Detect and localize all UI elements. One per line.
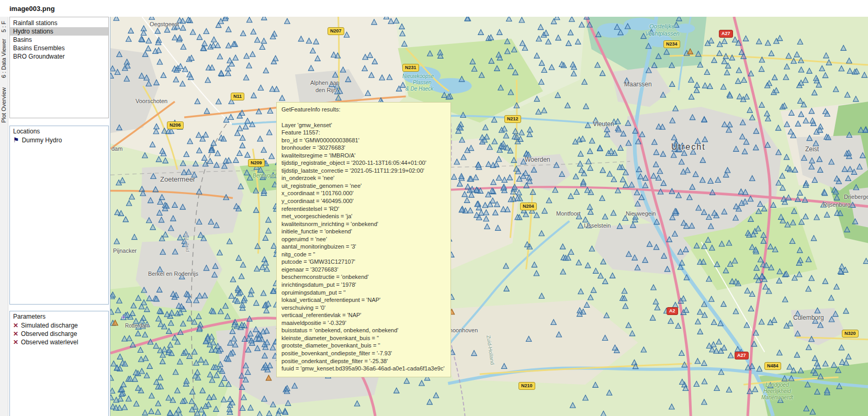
station-marker xyxy=(622,288,627,294)
layer-item-rainfall-stations[interactable]: Rainfall stations xyxy=(10,19,108,27)
station-marker xyxy=(679,351,684,356)
station-marker xyxy=(722,122,727,127)
station-marker xyxy=(154,80,159,85)
station-marker xyxy=(576,260,581,265)
station-marker xyxy=(819,66,825,71)
station-marker xyxy=(748,196,753,201)
station-marker xyxy=(136,331,141,336)
station-marker xyxy=(168,320,174,325)
station-marker xyxy=(384,17,389,19)
station-marker xyxy=(630,222,636,228)
app-window: image003.png 5 : F6 : Data ViewerPlot Ov… xyxy=(0,0,868,416)
station-marker xyxy=(750,115,755,120)
station-marker xyxy=(110,309,114,314)
station-marker xyxy=(146,296,152,301)
station-marker xyxy=(556,35,561,40)
station-marker xyxy=(777,398,783,403)
station-marker xyxy=(604,132,610,137)
station-marker xyxy=(202,41,207,46)
location-item-dummy-hydro[interactable]: ⚑Dummy Hydro xyxy=(10,136,108,144)
station-marker xyxy=(292,383,297,388)
station-marker xyxy=(578,161,583,166)
station-marker xyxy=(254,300,259,306)
station-marker xyxy=(708,296,714,301)
station-marker xyxy=(539,231,544,236)
station-marker xyxy=(225,313,230,319)
station-marker xyxy=(839,264,844,269)
station-marker xyxy=(611,176,616,182)
station-marker xyxy=(818,322,823,328)
station-marker xyxy=(164,311,170,317)
layer-item-hydro-stations[interactable]: Hydro stations xyxy=(10,27,108,36)
station-marker xyxy=(154,124,159,129)
station-marker xyxy=(149,409,154,414)
station-marker xyxy=(236,255,241,261)
station-marker xyxy=(709,245,715,250)
station-marker xyxy=(729,55,735,60)
station-marker xyxy=(213,222,219,228)
station-marker xyxy=(751,341,757,346)
layer-item-basins[interactable]: Basins xyxy=(10,36,108,44)
station-marker xyxy=(824,53,829,58)
station-marker xyxy=(806,344,811,350)
station-marker xyxy=(761,232,766,238)
station-marker xyxy=(219,381,224,387)
station-marker xyxy=(732,37,738,42)
station-marker xyxy=(253,188,258,193)
station-marker xyxy=(329,82,334,87)
station-marker xyxy=(694,87,699,93)
station-marker xyxy=(262,396,267,401)
layer-item-basins-ensembles[interactable]: Basins Ensembles xyxy=(10,44,108,52)
station-marker xyxy=(255,37,260,42)
station-marker xyxy=(694,82,700,87)
station-marker xyxy=(742,149,747,154)
station-marker xyxy=(126,396,131,401)
station-marker xyxy=(207,158,212,163)
side-tab-6-data-viewer[interactable]: 6 : Data Viewer xyxy=(0,39,8,78)
station-marker xyxy=(749,291,754,296)
station-marker xyxy=(177,124,183,129)
parameter-item-observed-waterlevel[interactable]: ✕Observed waterlevel xyxy=(10,338,108,346)
station-marker xyxy=(394,388,399,393)
station-marker xyxy=(747,107,752,113)
station-marker xyxy=(614,24,619,29)
station-marker xyxy=(714,262,719,267)
station-marker xyxy=(158,321,163,327)
station-marker xyxy=(513,128,518,133)
station-marker xyxy=(502,177,507,182)
station-marker xyxy=(862,72,867,77)
station-marker xyxy=(313,39,319,44)
station-marker xyxy=(555,93,560,98)
station-marker xyxy=(267,130,272,135)
station-marker xyxy=(784,154,789,160)
station-marker xyxy=(726,127,731,132)
side-tab-plot-overview[interactable]: Plot Overview xyxy=(0,87,8,123)
station-marker xyxy=(205,77,210,83)
station-marker xyxy=(139,368,144,374)
station-marker xyxy=(340,67,345,72)
station-marker xyxy=(129,194,134,199)
parameter-item-observed-discharge[interactable]: ✕Observed discharge xyxy=(10,330,108,338)
map-canvas[interactable]: OegstgeestVoorschotenAlphen aanden RijnZ… xyxy=(110,17,868,416)
station-marker xyxy=(788,376,794,381)
side-tab-5-f[interactable]: 5 : F xyxy=(0,17,8,32)
station-marker xyxy=(504,39,510,44)
station-marker xyxy=(764,111,770,116)
station-marker xyxy=(493,210,498,215)
station-marker xyxy=(792,167,797,172)
station-marker xyxy=(157,59,162,64)
station-marker xyxy=(136,295,141,300)
popup-line: referentiestelsel = 'RD' xyxy=(281,205,446,213)
popup-line: tijdstip_laatste_correctie = '2021-05-11… xyxy=(281,167,446,175)
parameter-item-simulated-discharge[interactable]: ✕Simulated discharge xyxy=(10,321,108,330)
station-marker xyxy=(230,329,235,334)
station-marker xyxy=(578,151,583,156)
popup-line: kleinste_diameter_bovenkant_buis = '' xyxy=(281,334,446,342)
station-marker xyxy=(629,331,635,336)
station-marker xyxy=(159,217,164,222)
layer-item-bro-groundwater[interactable]: BRO Groundwater xyxy=(10,52,108,61)
station-marker xyxy=(782,376,787,381)
station-marker xyxy=(534,96,539,102)
station-marker xyxy=(157,287,162,292)
station-marker xyxy=(583,104,589,109)
